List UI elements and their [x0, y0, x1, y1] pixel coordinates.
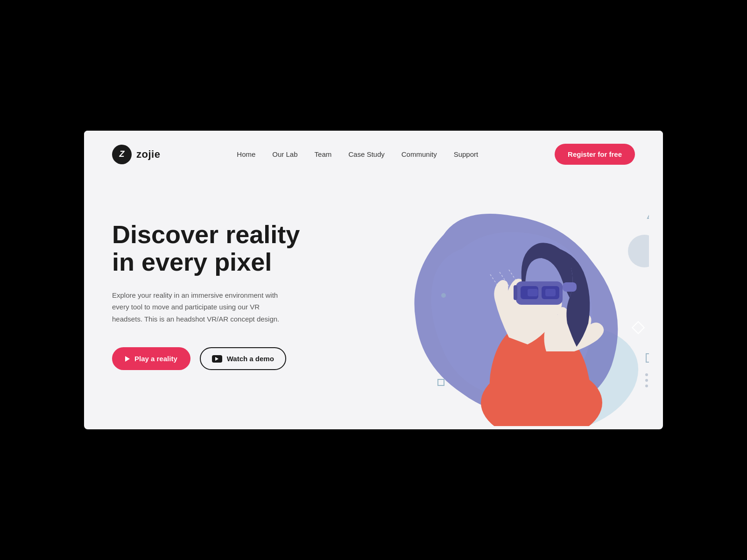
play-reality-button[interactable]: Play a reality: [112, 347, 190, 370]
hero-content: Discover reality in every pixel Explore …: [112, 221, 300, 370]
svg-rect-4: [632, 322, 644, 333]
svg-point-3: [628, 235, 649, 267]
hero-title: Discover reality in every pixel: [112, 221, 300, 276]
nav-item-support[interactable]: Support: [454, 150, 479, 159]
nav-item-ourlab[interactable]: Our Lab: [272, 150, 297, 159]
svg-marker-1: [648, 207, 649, 218]
logo-area: Z zojie: [112, 145, 160, 164]
youtube-icon: [212, 355, 222, 363]
logo-text: zojie: [136, 148, 160, 161]
browser-window: Z zojie Home Our Lab Team Case Study Com…: [84, 131, 663, 429]
svg-point-11: [645, 379, 648, 382]
hero-buttons: Play a reality Watch a demo: [112, 347, 300, 370]
nav-item-team[interactable]: Team: [315, 150, 332, 159]
svg-rect-31: [545, 289, 556, 296]
hero-illustration: [369, 179, 649, 426]
navbar: Z zojie Home Our Lab Team Case Study Com…: [84, 131, 663, 174]
svg-rect-26: [514, 285, 517, 300]
svg-point-17: [441, 293, 446, 298]
nav-item-home[interactable]: Home: [237, 150, 255, 159]
svg-rect-5: [646, 354, 649, 362]
svg-point-8: [645, 373, 648, 376]
logo-icon: Z: [112, 145, 132, 164]
nav-item-community[interactable]: Community: [402, 150, 437, 159]
svg-rect-18: [438, 379, 444, 385]
svg-point-14: [645, 385, 648, 387]
svg-rect-30: [528, 289, 538, 296]
play-icon: [125, 356, 130, 362]
hero-description: Explore your reality in an immersive env…: [112, 289, 289, 325]
register-button[interactable]: Register for free: [555, 144, 635, 165]
hero-section: Discover reality in every pixel Explore …: [84, 174, 663, 426]
nav-links: Home Our Lab Team Case Study Community S…: [237, 150, 478, 159]
watch-demo-button[interactable]: Watch a demo: [200, 347, 286, 370]
nav-item-casestudy[interactable]: Case Study: [348, 150, 385, 159]
svg-rect-27: [563, 282, 577, 292]
